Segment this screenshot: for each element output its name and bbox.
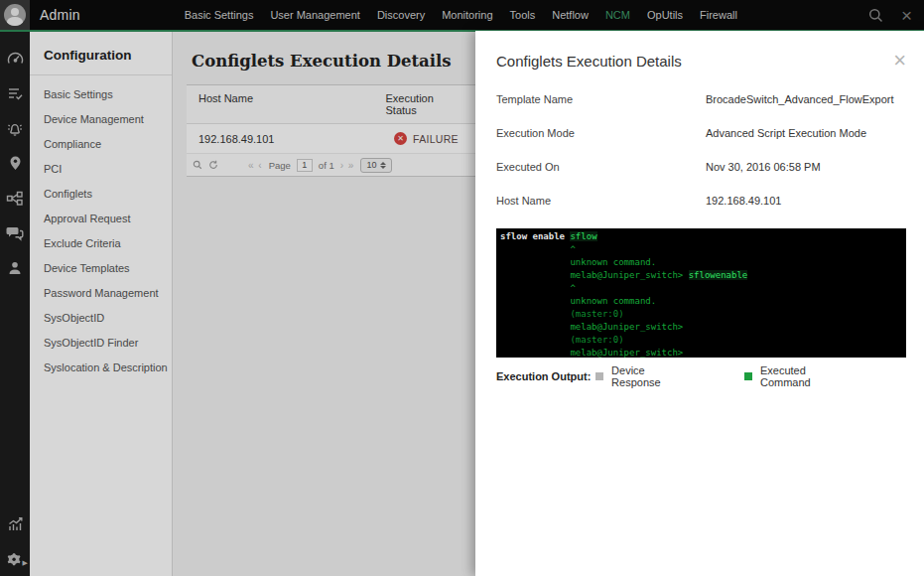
- field-execution-mode: Execution Mode Advanced Script Execution…: [496, 127, 906, 139]
- field-label: Execution Mode: [496, 127, 706, 139]
- field-value: Advanced Script Execution Mode: [706, 127, 866, 139]
- application-window: Admin Basic Settings User Management Dis…: [0, 0, 924, 576]
- field-label: Template Name: [496, 93, 706, 105]
- field-template-name: Template Name BrocadeSwitch_Advanced_Flo…: [496, 93, 906, 105]
- terminal-line: melab@Juniper_switch>: [500, 321, 902, 334]
- field-value: BrocadeSwitch_Advanced_FlowExport: [706, 93, 894, 105]
- terminal-line: ^: [500, 282, 902, 295]
- panel-title: Configlets Execution Details: [496, 53, 682, 70]
- legend-text: Executed Command: [760, 364, 855, 388]
- terminal-line: unknown command.: [500, 256, 902, 269]
- field-host-name: Host Name 192.168.49.101: [496, 195, 906, 207]
- field-value: 192.168.49.101: [706, 195, 781, 207]
- execution-output-terminal: sflow enable sflow ^ unknown command. me…: [496, 228, 906, 358]
- legend-title: Execution Output:: [496, 370, 595, 382]
- terminal-line: (master:0): [500, 308, 902, 321]
- execution-output-legend: Execution Output: Device Response Execut…: [496, 364, 906, 388]
- field-value: Nov 30, 2016 06:58 PM: [706, 161, 821, 173]
- executed-command-swatch: [744, 372, 752, 380]
- panel-close-icon[interactable]: ×: [893, 53, 906, 69]
- legend-device-response: Device Response: [595, 364, 693, 388]
- legend-executed-command: Executed Command: [744, 364, 855, 388]
- terminal-line: sflow enable sflow: [500, 230, 902, 243]
- terminal-line: melab@Juniper_switch> sflowenable: [500, 269, 902, 282]
- details-panel: Configlets Execution Details × Template …: [475, 31, 924, 576]
- field-label: Executed On: [496, 161, 706, 173]
- device-response-swatch: [595, 372, 603, 380]
- terminal-line: ^: [500, 243, 902, 256]
- field-label: Host Name: [496, 195, 706, 207]
- detail-fields: Template Name BrocadeSwitch_Advanced_Flo…: [496, 93, 906, 207]
- terminal-line: unknown command.: [500, 295, 902, 308]
- field-executed-on: Executed On Nov 30, 2016 06:58 PM: [496, 161, 906, 173]
- terminal-line: (master:0): [500, 334, 902, 347]
- terminal-line: melab@Juniper_switch>: [500, 347, 902, 358]
- legend-text: Device Response: [611, 364, 693, 388]
